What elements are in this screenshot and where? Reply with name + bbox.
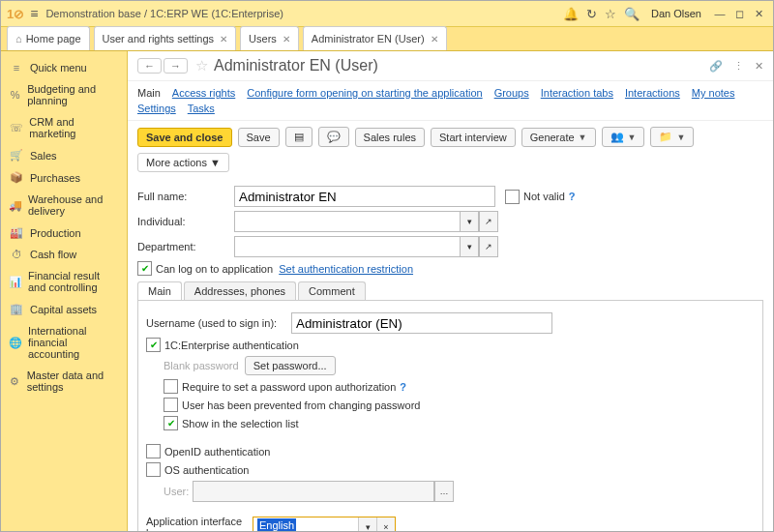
chevron-down-icon[interactable]: ▾ bbox=[460, 236, 479, 257]
users-button[interactable]: 👥▼ bbox=[602, 127, 645, 147]
prevented-checkbox[interactable] bbox=[164, 398, 178, 412]
star-icon[interactable]: ☆ bbox=[605, 7, 616, 21]
subtab-settings[interactable]: Settings bbox=[137, 101, 176, 116]
logo-1c: 1⊘ bbox=[7, 7, 24, 21]
lang-input[interactable]: English bbox=[253, 517, 358, 531]
open-icon[interactable]: ↗ bbox=[479, 211, 498, 232]
subtab-access[interactable]: Access rights bbox=[172, 85, 235, 101]
os-auth-checkbox[interactable] bbox=[146, 462, 161, 477]
maximize-button[interactable]: ◻ bbox=[730, 6, 748, 21]
sidebar-item-crm[interactable]: ☏CRM and marketing bbox=[1, 111, 127, 144]
sidebar-item-master[interactable]: ⚙Master data and settings bbox=[1, 365, 127, 398]
page-subtabs: Main Access rights Configure form openin… bbox=[128, 81, 773, 121]
generate-button[interactable]: Generate▼ bbox=[521, 128, 596, 147]
show-list-checkbox[interactable]: ✔ bbox=[164, 416, 178, 430]
ent-auth-checkbox[interactable]: ✔ bbox=[146, 338, 161, 352]
openid-checkbox[interactable] bbox=[146, 444, 161, 458]
bell-icon[interactable]: 🔔 bbox=[563, 7, 579, 21]
department-label: Department: bbox=[137, 241, 234, 252]
subtab-notes[interactable]: My notes bbox=[692, 85, 735, 101]
list-button[interactable]: ▤ bbox=[285, 127, 313, 147]
username-input[interactable] bbox=[291, 312, 552, 334]
crm-icon: ☏ bbox=[9, 122, 23, 134]
not-valid-checkbox[interactable] bbox=[505, 190, 520, 204]
menu-icon[interactable]: ≡ bbox=[30, 6, 38, 21]
link-icon[interactable]: 🔗 bbox=[709, 60, 723, 72]
subtab-interaction-tabs[interactable]: Interaction tabs bbox=[541, 85, 613, 101]
subtab-interactions[interactable]: Interactions bbox=[625, 85, 680, 101]
sidebar-item-sales[interactable]: 🛒Sales bbox=[1, 144, 127, 166]
os-user-input bbox=[193, 481, 434, 502]
tab-user-rights[interactable]: User and rights settings✕ bbox=[94, 26, 237, 50]
full-name-input[interactable] bbox=[234, 186, 495, 207]
close-button[interactable]: ✕ bbox=[750, 6, 767, 21]
sidebar-item-intl[interactable]: 🌐International financial accounting bbox=[1, 320, 127, 365]
nav-forward[interactable]: → bbox=[164, 58, 188, 74]
clear-icon[interactable]: × bbox=[376, 517, 395, 531]
chat-button[interactable]: 💬 bbox=[318, 127, 349, 147]
subtab-tasks[interactable]: Tasks bbox=[188, 101, 215, 116]
set-password-button[interactable]: Set password... bbox=[245, 356, 336, 375]
sidebar-item-label: International financial accounting bbox=[28, 325, 119, 360]
tab-users[interactable]: Users✕ bbox=[240, 26, 299, 50]
purchases-icon: 📦 bbox=[9, 171, 24, 184]
sidebar-item-budgeting[interactable]: %Budgeting and planning bbox=[1, 78, 127, 111]
open-icon[interactable]: ↗ bbox=[479, 236, 498, 257]
home-icon: ⌂ bbox=[15, 33, 22, 44]
sidebar-item-warehouse[interactable]: 🚚Warehouse and delivery bbox=[1, 189, 127, 222]
current-user[interactable]: Dan Olsen bbox=[651, 8, 701, 19]
save-close-button[interactable]: Save and close bbox=[137, 128, 232, 147]
chevron-down-icon: ▼ bbox=[628, 133, 637, 142]
require-pwd-checkbox[interactable] bbox=[164, 379, 178, 394]
individual-input[interactable] bbox=[234, 211, 460, 232]
auth-restriction-link[interactable]: Set authentication restriction bbox=[279, 263, 413, 275]
sidebar-item-quickmenu[interactable]: ≡Quick menu bbox=[1, 57, 127, 78]
sidebar-item-capital[interactable]: 🏢Capital assets bbox=[1, 298, 127, 320]
inner-tab-comment[interactable]: Comment bbox=[298, 281, 366, 300]
chevron-down-icon[interactable]: ▾ bbox=[460, 211, 479, 232]
sidebar-item-label: Financial result and controlling bbox=[28, 270, 119, 293]
tab-administrator[interactable]: Administrator EN (User)✕ bbox=[303, 26, 447, 50]
close-icon[interactable]: ✕ bbox=[283, 34, 290, 44]
close-icon[interactable]: ✕ bbox=[431, 34, 438, 44]
history-icon[interactable]: ↻ bbox=[586, 7, 597, 21]
inner-tab-addresses[interactable]: Addresses, phones bbox=[184, 281, 296, 300]
sales-rules-button[interactable]: Sales rules bbox=[355, 128, 425, 147]
ellipsis-button[interactable]: … bbox=[434, 481, 454, 502]
sidebar-item-purchases[interactable]: 📦Purchases bbox=[1, 166, 127, 189]
kebab-icon[interactable]: ⋮ bbox=[733, 60, 744, 72]
tab-label: User and rights settings bbox=[103, 33, 215, 44]
minimize-button[interactable]: — bbox=[711, 6, 729, 21]
sidebar-item-label: Capital assets bbox=[30, 304, 97, 315]
subtab-configure[interactable]: Configure form opening on starting the a… bbox=[247, 85, 482, 101]
folder-button[interactable]: 📁▼ bbox=[650, 127, 694, 147]
search-icon[interactable]: 🔍 bbox=[624, 7, 640, 21]
tab-home[interactable]: ⌂Home page bbox=[7, 26, 90, 50]
master-icon: ⚙ bbox=[9, 375, 21, 388]
help-icon[interactable]: ? bbox=[400, 381, 406, 393]
sidebar-item-label: Sales bbox=[30, 150, 57, 162]
sidebar-item-cashflow[interactable]: ⏱Cash flow bbox=[1, 244, 127, 265]
save-button[interactable]: Save bbox=[238, 128, 280, 147]
more-actions-button[interactable]: More actions ▼ bbox=[137, 153, 229, 172]
sidebar-item-production[interactable]: 🏭Production bbox=[1, 222, 127, 244]
nav-back[interactable]: ← bbox=[137, 58, 162, 74]
show-list-label: Show in the selection list bbox=[182, 418, 298, 429]
warehouse-icon: 🚚 bbox=[9, 199, 22, 212]
chevron-down-icon[interactable]: ▾ bbox=[358, 517, 376, 531]
close-page-icon[interactable]: ✕ bbox=[755, 60, 763, 72]
can-logon-checkbox[interactable]: ✔ bbox=[137, 261, 152, 276]
department-input[interactable] bbox=[234, 236, 460, 257]
subtab-main[interactable]: Main bbox=[137, 85, 161, 101]
generate-label: Generate bbox=[530, 132, 575, 143]
help-icon[interactable]: ? bbox=[569, 191, 576, 202]
favorite-icon[interactable]: ☆ bbox=[195, 57, 208, 74]
page-title: Administrator EN (User) bbox=[214, 57, 378, 74]
close-icon[interactable]: ✕ bbox=[220, 34, 227, 44]
sidebar-item-financial[interactable]: 📊Financial result and controlling bbox=[1, 265, 127, 298]
start-interview-button[interactable]: Start interview bbox=[431, 128, 516, 147]
sidebar-item-label: Warehouse and delivery bbox=[28, 193, 119, 217]
inner-tab-main[interactable]: Main bbox=[137, 281, 182, 300]
tab-label: Administrator EN (User) bbox=[312, 33, 425, 44]
subtab-groups[interactable]: Groups bbox=[494, 85, 529, 101]
